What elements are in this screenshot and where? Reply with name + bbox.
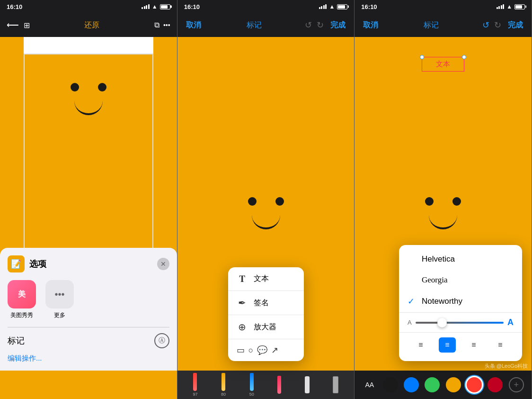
- font-size-slider[interactable]: [416, 322, 504, 324]
- align-justify-btn[interactable]: ≡: [492, 337, 509, 353]
- handle-tl-2[interactable]: [420, 55, 424, 59]
- watermark: 头条 @LeoGo科技: [485, 363, 528, 370]
- eraser-tool[interactable]: [305, 376, 310, 393]
- ruler-marker: [333, 376, 338, 393]
- nav-panel3: 取消 标记 ↺ ↻ 完成: [355, 13, 532, 37]
- font-size-large-label: A: [507, 317, 514, 327]
- undo-icon-2[interactable]: ↺: [305, 20, 312, 30]
- arrow-shape[interactable]: ↗: [271, 345, 278, 355]
- wifi-icon-2: ▲: [329, 3, 335, 10]
- markup-row: 标记 Ⓐ: [8, 327, 169, 354]
- signature-menu-icon: ✒: [237, 297, 248, 308]
- menu-item-magnifier[interactable]: ⊕ 放大器: [228, 315, 304, 339]
- grid-icon[interactable]: ⊞: [24, 21, 30, 30]
- circle-shape[interactable]: ○: [248, 345, 254, 355]
- statusbar-time-3: 16:10: [361, 3, 377, 10]
- font-georgia[interactable]: Georgia: [399, 270, 522, 290]
- panel-1: 16:10 ▲ ⟵ ⊞ 还原 ⧉ •••: [0, 0, 177, 399]
- restore-button[interactable]: 还原: [82, 18, 101, 32]
- pen-blue-label: 50: [249, 392, 254, 397]
- markup-title-2: 标记: [247, 20, 262, 30]
- edit-actions-link[interactable]: 编辑操作...: [8, 354, 42, 362]
- rect-shape[interactable]: ▭: [237, 345, 245, 355]
- text-box-container[interactable]: 文本: [422, 57, 464, 72]
- statusbar-icons-1: ▲: [142, 3, 170, 10]
- duplicate-icon[interactable]: ⧉: [154, 21, 160, 29]
- georgia-label: Georgia: [422, 275, 447, 285]
- add-color-button[interactable]: +: [509, 377, 524, 392]
- align-right-btn[interactable]: ≡: [465, 337, 482, 353]
- pen-yellow[interactable]: 80: [221, 373, 226, 397]
- back-icon[interactable]: ⟵: [7, 20, 19, 30]
- color-darkred[interactable]: [488, 377, 503, 392]
- align-center-btn[interactable]: ≡: [439, 337, 456, 353]
- smiley-face-1: [25, 83, 152, 115]
- app-meitu[interactable]: 美 美图秀秀: [8, 280, 36, 319]
- signal-icon-3: [497, 4, 505, 9]
- redo-icon-3[interactable]: ↻: [494, 20, 501, 30]
- text-label: 文本: [254, 274, 269, 284]
- more-button[interactable]: •••: [163, 21, 170, 29]
- align-left-btn[interactable]: ≡: [412, 337, 429, 353]
- magnifier-label: 放大器: [254, 322, 276, 332]
- font-size-small-label: A: [408, 319, 412, 326]
- color-toolbar: AA +: [355, 371, 532, 399]
- font-size-row: A A: [399, 312, 522, 332]
- done-button-3[interactable]: 完成: [506, 18, 525, 32]
- noteworthy-label: Noteworthy: [422, 297, 462, 306]
- color-red[interactable]: [467, 377, 482, 392]
- pen-blue[interactable]: 50: [249, 373, 254, 397]
- pen-red-label: 97: [193, 392, 197, 397]
- pen-yellow-label: 80: [221, 392, 226, 397]
- align-row: ≡ ≡ ≡ ≡: [399, 332, 522, 357]
- nav-panel1: ⟵ ⊞ 还原 ⧉ •••: [0, 13, 177, 37]
- wifi-icon: ▲: [152, 3, 158, 10]
- ruler-tool[interactable]: [333, 376, 338, 393]
- options-header: 📝 选项 ✕: [8, 255, 169, 272]
- close-button[interactable]: ✕: [157, 258, 169, 270]
- color-black[interactable]: [383, 377, 398, 392]
- aa-button[interactable]: AA: [363, 379, 377, 390]
- nav-right-1: ⧉ •••: [154, 21, 170, 29]
- pen-pink-marker: [277, 376, 281, 394]
- menu-item-text[interactable]: 𝐓 文本: [228, 267, 304, 291]
- options-popup: 📝 选项 ✕ 美 美图秀秀 ••• 更多 标记 Ⓐ 编辑操作...: [0, 248, 177, 371]
- markup-icon[interactable]: Ⓐ: [154, 333, 169, 348]
- nav-right-2: ↺ ↻ 完成: [305, 18, 347, 32]
- statusbar-icons-3: ▲: [497, 3, 525, 10]
- more-label: 更多: [54, 311, 65, 319]
- meitu-icon: 美: [8, 280, 36, 308]
- context-menu: 𝐓 文本 ✒ 签名 ⊕ 放大器 ▭ ○ 💬 ↗: [228, 267, 304, 361]
- color-yellow[interactable]: [446, 377, 461, 392]
- more-icon: •••: [45, 280, 74, 308]
- pen-pink[interactable]: [277, 376, 281, 394]
- color-green[interactable]: [425, 377, 440, 392]
- color-blue[interactable]: [404, 377, 419, 392]
- statusbar-panel2: 16:10 ▲: [177, 0, 355, 13]
- noteworthy-check: ✓: [408, 296, 417, 307]
- font-helvetica[interactable]: Helvetica: [399, 249, 522, 270]
- font-noteworthy[interactable]: ✓ Noteworthy: [399, 290, 522, 312]
- statusbar-icons-2: ▲: [319, 3, 347, 10]
- pen-red[interactable]: 97: [193, 373, 197, 397]
- done-button-2[interactable]: 完成: [328, 18, 347, 32]
- shapes-row: ▭ ○ 💬 ↗: [228, 339, 304, 361]
- panel-3: 16:10 ▲ 取消 标记 ↺ ↻ 完成: [355, 0, 532, 399]
- undo-icon-3[interactable]: ↺: [482, 20, 489, 30]
- font-menu: Helvetica Georgia ✓ Noteworthy A A ≡ ≡ ≡…: [399, 245, 522, 361]
- smiley-face-2: [248, 197, 284, 229]
- smiley-face-3: [425, 197, 461, 229]
- statusbar-panel3: 16:10 ▲: [355, 0, 532, 13]
- eraser-marker: [305, 376, 310, 393]
- menu-item-signature[interactable]: ✒ 签名: [228, 291, 304, 315]
- font-size-thumb[interactable]: [437, 318, 447, 327]
- pen-blue-marker: [250, 373, 254, 391]
- cancel-button-3[interactable]: 取消: [361, 18, 380, 32]
- redo-icon-2[interactable]: ↻: [317, 20, 324, 30]
- app-more[interactable]: ••• 更多: [45, 280, 74, 319]
- handle-tr-2[interactable]: [462, 55, 466, 59]
- text-menu-icon: 𝐓: [237, 273, 248, 284]
- cancel-button-2[interactable]: 取消: [184, 18, 203, 32]
- speech-shape[interactable]: 💬: [257, 345, 267, 355]
- options-title: 选项: [29, 258, 46, 270]
